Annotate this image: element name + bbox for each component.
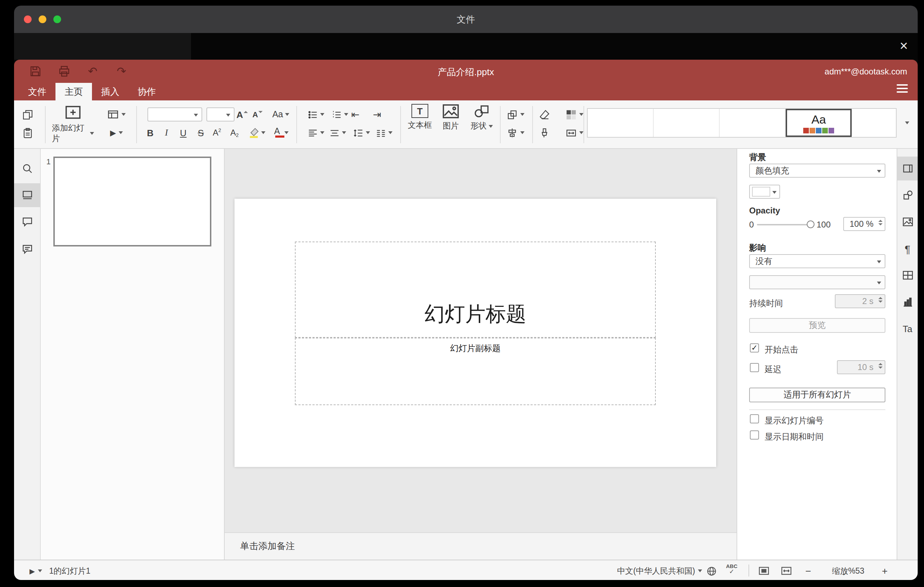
arrange-shapes-button[interactable] — [502, 107, 529, 122]
font-size-select[interactable] — [206, 107, 234, 122]
underline-button[interactable]: U — [176, 125, 190, 140]
theme-item-selected[interactable]: Aa — [786, 109, 852, 137]
notes-area[interactable]: 单击添加备注 — [225, 532, 736, 560]
save-icon[interactable] — [28, 64, 42, 78]
slide-settings-tab[interactable] — [897, 157, 918, 180]
insert-shape-button[interactable]: 形状 — [465, 104, 498, 131]
comments-panel-button[interactable] — [14, 210, 40, 234]
paste-button[interactable] — [20, 125, 35, 140]
fit-to-slide-button[interactable] — [758, 565, 769, 577]
superscript-button[interactable]: A2 — [210, 125, 224, 140]
show-slide-number-checkbox[interactable] — [750, 414, 759, 424]
increase-indent-button[interactable]: ⇥ — [369, 107, 385, 122]
start-on-click-checkbox[interactable]: ✓ — [750, 343, 759, 353]
change-case-button[interactable]: Aa — [268, 107, 294, 122]
decrease-indent-button[interactable]: ⇤ — [348, 107, 363, 122]
font-name-select[interactable] — [147, 107, 202, 122]
start-slideshow-button[interactable]: ▶ — [102, 125, 130, 140]
theme-item[interactable] — [654, 109, 720, 137]
theme-item[interactable] — [720, 109, 786, 137]
quick-access-toolbar: ↶ ↷ — [28, 63, 129, 79]
delay-checkbox[interactable] — [750, 363, 759, 372]
transition-variant-select[interactable] — [749, 275, 885, 289]
insert-image-button[interactable]: 图片 — [435, 104, 466, 131]
indent-icon: ⇥ — [373, 109, 381, 120]
slide-thumbnail[interactable] — [53, 157, 211, 246]
opacity-slider-track[interactable] — [757, 224, 815, 225]
opacity-value-input[interactable]: 100 % — [843, 217, 885, 231]
text-art-settings-tab[interactable]: Ta — [897, 317, 918, 341]
spinner-arrows[interactable] — [878, 297, 883, 303]
line-spacing-button[interactable] — [350, 125, 373, 140]
apply-to-all-slides-button[interactable]: 适用于所有幻灯片 — [749, 387, 885, 402]
show-date-time-checkbox[interactable] — [750, 430, 759, 440]
start-slideshow-status-button[interactable]: ▶ — [30, 565, 42, 577]
strikeout-button[interactable]: S — [194, 125, 208, 140]
columns-button[interactable] — [372, 125, 396, 140]
language-selector[interactable]: 中文(中华人民共和国) — [612, 565, 695, 577]
font-color-button[interactable]: A — [267, 125, 293, 140]
close-window-button[interactable] — [24, 15, 31, 23]
set-language-button[interactable] — [706, 565, 717, 577]
change-layout-button[interactable] — [102, 107, 130, 122]
duration-input[interactable]: 2 s — [835, 294, 885, 308]
slides-panel-button[interactable] — [14, 183, 40, 207]
fit-to-width-button[interactable] — [781, 565, 792, 577]
clear-style-button[interactable] — [536, 107, 552, 122]
increase-font-size-button[interactable]: A — [235, 107, 249, 122]
zoom-out-button[interactable]: − — [805, 565, 811, 577]
slide-canvas[interactable]: 幻灯片标题 幻灯片副标题 — [234, 199, 716, 467]
undo-icon[interactable]: ↶ — [86, 64, 100, 78]
highlight-color-button[interactable] — [244, 125, 270, 140]
insert-textbox-button[interactable]: T 文本框 — [404, 104, 435, 130]
hamburger-menu-icon[interactable] — [897, 82, 908, 95]
horizontal-align-button[interactable] — [304, 125, 328, 140]
theme-gallery-expand-button[interactable] — [900, 108, 914, 138]
print-icon[interactable] — [57, 64, 71, 78]
zoom-in-button[interactable]: + — [882, 565, 888, 577]
zoom-window-button[interactable] — [53, 15, 61, 23]
redo-icon[interactable]: ↷ — [114, 64, 129, 78]
delay-input[interactable]: 10 s — [837, 360, 885, 374]
font-color-letter: A — [274, 126, 280, 136]
shape-settings-tab[interactable] — [897, 183, 918, 207]
subscript-button[interactable]: A2 — [228, 125, 241, 140]
theme-item[interactable] — [588, 109, 654, 137]
italic-button[interactable]: I — [159, 125, 173, 140]
bold-button[interactable]: B — [143, 125, 157, 140]
tab-file[interactable]: 文件 — [19, 83, 56, 101]
spinner-arrows[interactable] — [878, 220, 883, 225]
chevron-down-icon — [119, 131, 123, 134]
chart-settings-tab[interactable] — [897, 290, 918, 314]
opacity-slider-knob[interactable] — [807, 221, 815, 228]
title-placeholder[interactable]: 幻灯片标题 — [295, 242, 656, 338]
tab-home[interactable]: 主页 — [56, 83, 92, 101]
transition-effect-select[interactable]: 没有 — [749, 254, 885, 268]
image-label: 图片 — [443, 121, 459, 131]
search-panel-button[interactable] — [14, 157, 40, 180]
spell-check-button[interactable]: ABC ✓ — [726, 563, 738, 574]
image-settings-tab[interactable] — [897, 210, 918, 234]
spinner-arrows[interactable] — [878, 363, 883, 369]
table-settings-tab[interactable] — [897, 263, 918, 287]
decrease-font-size-button[interactable]: A — [251, 107, 265, 122]
bold-label: B — [147, 127, 154, 138]
background-color-picker[interactable] — [749, 185, 780, 199]
preview-button[interactable]: 预览 — [749, 318, 885, 333]
background-fill-select[interactable]: 颜色填充 — [749, 163, 885, 178]
subtitle-placeholder[interactable]: 幻灯片副标题 — [295, 338, 656, 405]
close-icon[interactable]: × — [900, 36, 908, 56]
vertical-align-button[interactable] — [326, 125, 350, 140]
chat-panel-button[interactable] — [14, 237, 40, 261]
align-shapes-button[interactable] — [502, 125, 529, 140]
paragraph-settings-tab[interactable]: ¶ — [897, 237, 918, 261]
minimize-window-button[interactable] — [39, 15, 46, 23]
chevron-down-icon[interactable] — [698, 569, 702, 572]
tab-insert[interactable]: 插入 — [92, 83, 129, 101]
copy-button[interactable] — [20, 107, 35, 122]
add-slide-button[interactable]: 添加幻灯片 — [52, 104, 94, 144]
bullets-button[interactable] — [304, 107, 328, 122]
tab-collaboration[interactable]: 协作 — [129, 83, 165, 101]
copy-style-button[interactable] — [536, 125, 552, 140]
preview-button-label: 预览 — [809, 320, 826, 331]
